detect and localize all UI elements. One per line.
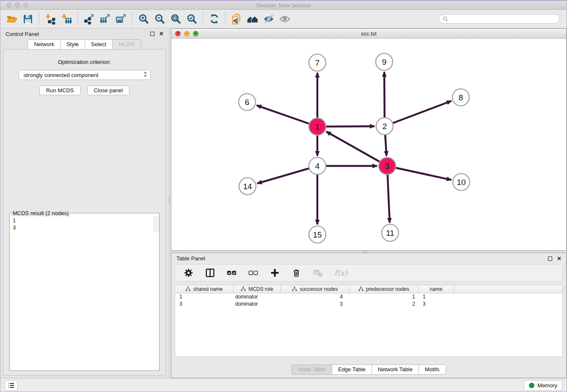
column-header-filler xyxy=(454,285,562,293)
graph-node-8[interactable]: 8 xyxy=(452,89,469,106)
graph-node-10[interactable]: 10 xyxy=(453,174,470,190)
import-table-button[interactable] xyxy=(58,11,74,27)
horizontal-splitter-handle[interactable] xyxy=(363,251,367,253)
save-session-button[interactable] xyxy=(20,11,36,27)
column-header-predecessor-nodes[interactable]: predecessor nodes xyxy=(350,285,418,293)
column-header-mcds-role[interactable]: MCDS role xyxy=(234,285,281,293)
show-graphics-details-button[interactable] xyxy=(277,11,293,27)
tab-mcds[interactable]: MCDS xyxy=(113,39,141,50)
delete-table-button[interactable] xyxy=(313,268,323,278)
network-graph: 7968124314101511 xyxy=(171,39,566,250)
zoom-fit-button[interactable] xyxy=(168,11,184,27)
clone-network-button[interactable] xyxy=(228,11,245,27)
float-panel-icon[interactable] xyxy=(150,32,154,36)
add-column-button[interactable] xyxy=(270,268,280,278)
network-close-button[interactable]: × xyxy=(175,31,181,36)
column-header-successor-nodes[interactable]: successor nodes xyxy=(281,285,350,293)
tab-network[interactable]: Network xyxy=(28,39,61,50)
column-header-name[interactable]: name xyxy=(418,285,454,293)
export-image-button[interactable] xyxy=(113,11,129,27)
graph-node-2[interactable]: 2 xyxy=(376,118,393,135)
network-canvas[interactable]: 7968124314101511 xyxy=(171,39,566,250)
graph-node-14[interactable]: 14 xyxy=(239,178,256,195)
split-table-button[interactable] xyxy=(205,268,215,278)
toolbar-separator xyxy=(225,12,226,26)
hide-graphics-details-icon xyxy=(263,13,275,25)
tab-style[interactable]: Style xyxy=(61,39,85,50)
result-scrollbar[interactable] xyxy=(154,216,159,232)
column-settings-button[interactable] xyxy=(183,268,193,278)
network-minimize-button[interactable]: − xyxy=(184,31,190,36)
graph-node-7[interactable]: 7 xyxy=(309,54,326,71)
table-cell: 4 xyxy=(281,293,350,301)
open-file-icon xyxy=(6,13,18,25)
graph-node-15[interactable]: 15 xyxy=(309,226,326,243)
table-row[interactable]: 1dominator411 xyxy=(175,293,562,301)
graph-node-9[interactable]: 9 xyxy=(376,53,393,70)
edge-1-6[interactable] xyxy=(257,105,317,127)
window-titlebar[interactable]: Session: New Session xyxy=(0,1,567,10)
column-label: MCDS role xyxy=(248,286,273,292)
network-maximize-button[interactable]: + xyxy=(193,31,198,36)
horizontal-splitter[interactable] xyxy=(171,251,567,253)
toolbar-separator xyxy=(39,12,39,26)
column-tree-icon xyxy=(358,286,363,293)
main-toolbar xyxy=(0,10,567,28)
table-toolbar: f(x) xyxy=(175,264,563,282)
edge-4-14[interactable] xyxy=(257,166,317,183)
list-icon xyxy=(7,381,15,389)
tab-network-table[interactable]: Network Table xyxy=(372,364,419,375)
memory-button[interactable]: Memory xyxy=(524,380,562,391)
close-panel-button[interactable]: Close panel xyxy=(87,86,130,95)
tab-select[interactable]: Select xyxy=(85,39,113,50)
table-row[interactable]: 3dominator323 xyxy=(175,301,562,308)
optimization-criterion-label: Optimization criterion: xyxy=(58,59,111,65)
close-table-panel-icon[interactable]: × xyxy=(557,257,561,261)
mcds-result-line: 1 xyxy=(13,217,156,224)
optimization-criterion-select[interactable]: strongly connected component xyxy=(19,70,151,80)
edge-3-10[interactable] xyxy=(387,166,451,180)
svg-text:9: 9 xyxy=(382,58,387,66)
close-panel-icon[interactable]: × xyxy=(160,32,163,36)
graph-node-6[interactable]: 6 xyxy=(239,94,256,110)
float-table-panel-icon[interactable] xyxy=(548,257,552,261)
export-table-button[interactable] xyxy=(97,11,113,27)
tab-motifs[interactable]: Motifs xyxy=(419,364,446,375)
graph-node-4[interactable]: 4 xyxy=(309,157,326,174)
zoom-selected-icon xyxy=(186,13,198,25)
import-network-button[interactable] xyxy=(42,11,58,27)
delete-columns-button[interactable] xyxy=(291,268,301,278)
tab-edge-table[interactable]: Edge Table xyxy=(332,364,372,375)
open-file-button[interactable] xyxy=(4,11,20,27)
svg-text:2: 2 xyxy=(383,122,387,131)
mcds-result-line: 3 xyxy=(13,224,156,231)
refresh-view-button[interactable] xyxy=(206,11,222,27)
status-bar: Memory xyxy=(0,378,567,392)
svg-text:15: 15 xyxy=(313,230,322,239)
export-network-button[interactable] xyxy=(81,11,97,27)
vertical-splitter-handle[interactable] xyxy=(169,198,171,202)
deselect-all-columns-button[interactable] xyxy=(248,268,258,278)
search-input[interactable] xyxy=(439,14,560,24)
tab-node-table[interactable]: Node Table xyxy=(292,364,332,375)
svg-text:3: 3 xyxy=(385,162,390,171)
edge-2-8[interactable] xyxy=(385,101,451,126)
network-window-titlebar[interactable]: × − + scc.txt xyxy=(171,29,566,39)
table-cell: 1 xyxy=(418,293,454,301)
column-header-shared-name[interactable]: shared name xyxy=(175,285,234,293)
zoom-in-button[interactable] xyxy=(135,11,151,27)
graph-node-11[interactable]: 11 xyxy=(382,224,399,241)
zoom-selected-button[interactable] xyxy=(184,11,200,27)
graph-node-1[interactable]: 1 xyxy=(309,118,326,135)
hide-graphics-details-button[interactable] xyxy=(261,11,277,27)
optimization-criterion-value: strongly connected component xyxy=(24,72,99,78)
panel-selector-button[interactable] xyxy=(5,380,18,391)
run-mcds-button[interactable]: Run MCDS xyxy=(39,86,81,95)
function-builder-button[interactable]: f(x) xyxy=(334,268,347,278)
graph-node-3[interactable]: 3 xyxy=(379,157,396,174)
select-all-columns-button[interactable] xyxy=(226,268,237,278)
table-body: 1dominator4113dominator323 xyxy=(175,293,562,308)
edge-3-1[interactable] xyxy=(326,132,387,166)
zoom-out-button[interactable] xyxy=(151,11,168,27)
home-layout-button[interactable] xyxy=(245,11,261,27)
